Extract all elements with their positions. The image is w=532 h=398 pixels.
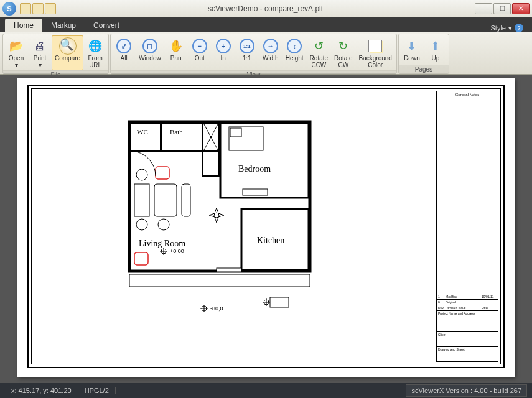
svg-rect-9 [230, 128, 241, 137]
pan-label: Pan [170, 55, 182, 62]
zoom-11-label: 1:1 [243, 55, 251, 62]
svg-rect-21 [129, 274, 310, 287]
svg-rect-6 [203, 151, 219, 176]
group-label-pages: Pages [399, 65, 449, 73]
compare-label: Compare [55, 55, 80, 62]
compare-button[interactable]: 🔍Compare [52, 35, 83, 70]
zoom-height-button[interactable]: ↕Height [282, 35, 307, 70]
drawing-sheet: WC Bath Bedroom Kitchen Living Room [17, 78, 515, 377]
qat-button-2[interactable] [32, 3, 44, 14]
svg-rect-2 [162, 123, 202, 151]
chevron-down-icon: ▾ [508, 24, 512, 32]
svg-rect-1 [131, 123, 161, 151]
zoom-out-label: Out [195, 55, 205, 62]
arrow-down-icon: ⬇ [403, 37, 421, 55]
zoom-height-icon: ↕ [286, 37, 303, 55]
zoom-window-button[interactable]: ◻Window [136, 35, 164, 70]
pan-button[interactable]: ✋Pan [164, 35, 188, 70]
quick-access-toolbar [20, 3, 56, 14]
style-label: Style [491, 24, 506, 32]
zoom-out-icon: − [191, 37, 208, 55]
living-label: Living Room [139, 239, 185, 248]
rotate-ccw-button[interactable]: ↺Rotate CCW [307, 35, 331, 70]
svg-rect-31 [270, 297, 289, 307]
titleblock-header: General Notes [437, 91, 498, 98]
app-icon: S [2, 2, 16, 16]
svg-point-15 [136, 169, 147, 180]
svg-rect-13 [182, 184, 190, 216]
zoom-all-button[interactable]: ⤢All [112, 35, 136, 70]
qat-button-3[interactable] [45, 3, 56, 14]
rotate-cw-label: Rotate CW [334, 55, 352, 68]
zoom-out-button[interactable]: −Out [188, 35, 212, 70]
bg-color-button[interactable]: Background Color [356, 35, 395, 70]
dim-b: -80,0 [210, 305, 223, 312]
magnifier-icon: 🔍 [59, 37, 77, 55]
svg-rect-7 [220, 123, 309, 198]
page-up-button[interactable]: ⬆Up [424, 35, 447, 65]
help-icon[interactable]: ? [515, 24, 523, 32]
status-format: HPGL/2 [78, 387, 116, 394]
qat-button-1[interactable] [20, 3, 31, 14]
print-label: Print ▾ [34, 55, 47, 68]
tab-home[interactable]: Home [5, 19, 42, 32]
rotate-cw-button[interactable]: ↻Rotate CW [331, 35, 355, 70]
svg-rect-8 [229, 127, 263, 150]
zoom-11-button[interactable]: 1:11:1 [235, 35, 259, 70]
bedroom-label: Bedroom [238, 164, 271, 174]
close-button[interactable]: ✕ [512, 3, 530, 14]
page-up-label: Up [432, 55, 440, 62]
svg-rect-12 [154, 184, 177, 216]
tab-markup[interactable]: Markup [42, 19, 85, 32]
svg-rect-14 [134, 184, 149, 216]
status-bar: x: 415.17, y: 401.20 HPGL/2 scViewerX Ve… [0, 383, 532, 398]
hand-icon: ✋ [167, 37, 185, 55]
zoom-in-button[interactable]: +In [212, 35, 235, 70]
minimize-button[interactable]: — [475, 3, 492, 14]
tab-convert[interactable]: Convert [85, 19, 128, 32]
from-url-label: From URL [88, 55, 102, 68]
print-button[interactable]: 🖨Print ▾ [28, 35, 52, 70]
open-label: Open ▾ [9, 55, 24, 68]
rotate-ccw-label: Rotate CCW [310, 55, 328, 68]
zoom-all-label: All [121, 55, 128, 62]
svg-point-17 [158, 219, 169, 230]
page-down-label: Down [404, 55, 420, 62]
ribbon-group-view: ⤢All ◻Window ✋Pan −Out +In 1:11:1 ↔Width… [110, 34, 397, 74]
ribbon-group-file: 📂Open ▾ 🖨Print ▾ 🔍Compare 🌐From URL File [2, 34, 109, 74]
bg-color-label: Background Color [359, 55, 392, 68]
title-block: General Notes 1Modified10/06/11 0Origina… [436, 91, 498, 362]
ribbon-group-pages: ⬇Down ⬆Up Pages [398, 34, 449, 74]
zoom-in-label: In [221, 55, 226, 62]
floor-plan: WC Bath Bedroom Kitchen Living Room [123, 116, 335, 346]
from-url-button[interactable]: 🌐From URL [83, 35, 107, 70]
svg-rect-10 [243, 189, 268, 195]
open-button[interactable]: 📂Open ▾ [4, 35, 28, 70]
zoom-width-button[interactable]: ↔Width [259, 35, 282, 70]
svg-rect-18 [156, 167, 169, 179]
zoom-window-icon: ◻ [141, 37, 159, 55]
bg-color-icon [366, 37, 384, 55]
arrow-up-icon: ⬆ [427, 37, 444, 55]
zoom-in-icon: + [215, 37, 232, 55]
bath-label: Bath [170, 128, 183, 136]
zoom-height-label: Height [286, 55, 304, 62]
svg-rect-20 [217, 268, 241, 272]
folder-open-icon: 📂 [7, 37, 25, 55]
page-down-button[interactable]: ⬇Down [400, 35, 424, 65]
window-title: scViewerDemo - compare_revA.plt [56, 4, 475, 13]
rotate-ccw-icon: ↺ [310, 37, 327, 55]
dim-a: +0,00 [170, 248, 184, 254]
titlebar: S scViewerDemo - compare_revA.plt — ☐ ✕ [0, 0, 532, 17]
zoom-width-icon: ↔ [262, 37, 279, 55]
style-menu[interactable]: Style ▾ ? [491, 24, 527, 32]
svg-point-16 [136, 219, 147, 230]
drawing-canvas[interactable]: WC Bath Bedroom Kitchen Living Room [0, 75, 532, 383]
kitchen-label: Kitchen [257, 236, 284, 245]
zoom-width-label: Width [263, 55, 279, 62]
maximize-button[interactable]: ☐ [493, 3, 511, 14]
rotate-cw-icon: ↻ [335, 37, 352, 55]
zoom-window-label: Window [139, 55, 161, 62]
window-controls: — ☐ ✕ [475, 3, 530, 14]
ribbon: 📂Open ▾ 🖨Print ▾ 🔍Compare 🌐From URL File… [0, 32, 532, 75]
